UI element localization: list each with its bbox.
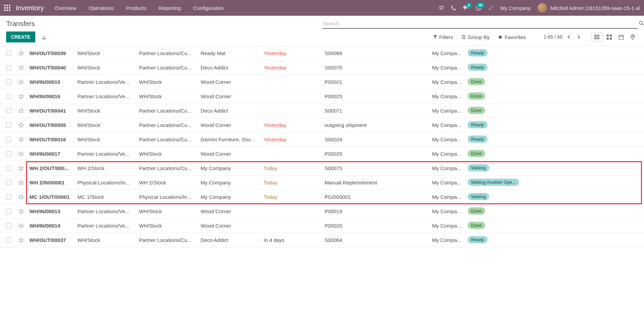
star-toggle[interactable] — [16, 208, 27, 214]
scheduled-date: Yesterday — [261, 50, 322, 56]
star-toggle[interactable] — [16, 50, 27, 56]
status: Waiting Another Ope... — [465, 179, 529, 187]
star-toggle[interactable] — [16, 180, 27, 185]
company: My Compa... — [429, 50, 465, 56]
phone-icon[interactable] — [451, 5, 456, 11]
row-checkbox[interactable] — [6, 180, 11, 185]
status-badge: Done — [468, 222, 485, 229]
svg-rect-2 — [9, 5, 10, 6]
table-row[interactable]: WH/IN/00016 Partner Locations/Ve... WH/S… — [0, 89, 644, 104]
breadcrumb: Transfers — [6, 20, 322, 28]
row-checkbox[interactable] — [6, 137, 11, 142]
filters-button[interactable]: Filters — [433, 34, 453, 40]
row-checkbox[interactable] — [6, 166, 11, 171]
star-toggle[interactable] — [16, 93, 27, 99]
table-row[interactable]: WH/IN/00013 Partner Locations/Ve... WH/S… — [0, 204, 644, 219]
filters-label: Filters — [439, 34, 453, 40]
status-badge: Waiting — [468, 164, 489, 171]
search-area[interactable] — [322, 18, 638, 29]
star-toggle[interactable] — [16, 194, 27, 200]
scheduled-date: Today — [261, 165, 322, 171]
view-kanban-button[interactable] — [604, 32, 615, 42]
star-toggle[interactable] — [16, 122, 27, 128]
table-row[interactable]: WH/OUT/00016 WH/Stock Partner Locations/… — [0, 132, 644, 147]
table-row[interactable]: WH 2/IN/00001 Physical Locations/In... W… — [0, 176, 644, 190]
settings-icon[interactable] — [488, 5, 494, 11]
nav-item-overview[interactable]: Overview — [55, 5, 76, 11]
nav-item-reporting[interactable]: Reporting — [159, 5, 181, 11]
table-row[interactable]: MC 1/OUT/00001 MC 1/Stock Physical Locat… — [0, 190, 644, 204]
search-icon[interactable] — [639, 21, 644, 26]
apps-icon[interactable] — [4, 5, 10, 11]
row-checkbox[interactable] — [6, 123, 11, 128]
company-switcher[interactable]: My Company — [501, 5, 531, 11]
favorites-button[interactable]: Favorites — [498, 34, 526, 40]
contact: Wood Corner — [198, 122, 261, 128]
table-row[interactable]: WH/OUT/00039 WH/Stock Partner Locations/… — [0, 46, 644, 61]
pager-text[interactable]: 1-65 / 65 — [544, 34, 563, 40]
groupby-button[interactable]: Group By — [462, 34, 490, 40]
table-row[interactable]: WH/OUT/00040 WH/Stock Partner Locations/… — [0, 61, 644, 75]
to-location: Partner Locations/Cu... — [136, 50, 198, 56]
star-toggle[interactable] — [16, 151, 27, 157]
table-row[interactable]: WH/OUT/00037 WH/Stock Partner Locations/… — [0, 233, 644, 247]
star-toggle[interactable] — [16, 108, 27, 114]
pager-next[interactable] — [575, 33, 582, 41]
reference: WH/OUT/00016 — [27, 137, 75, 142]
contact: Ready Mat — [198, 50, 261, 56]
create-button[interactable]: CREATE — [6, 31, 35, 42]
star-toggle[interactable] — [16, 237, 27, 243]
user-menu[interactable]: Mitchell Admin (16151359-saas-15-1-al — [538, 3, 640, 13]
svg-point-10 — [640, 21, 643, 24]
groupby-label: Group By — [468, 34, 490, 40]
row-checkbox[interactable] — [6, 151, 11, 156]
reference: WH 2/OUT/000... — [27, 165, 75, 171]
search-input[interactable] — [322, 19, 638, 28]
debug-icon[interactable] — [439, 5, 444, 11]
status-badge: Done — [468, 207, 485, 215]
import-icon[interactable] — [41, 35, 47, 40]
nav-item-products[interactable]: Products — [126, 5, 146, 11]
view-switcher — [591, 32, 638, 42]
to-location: Physical Locations/In... — [136, 194, 198, 200]
row-checkbox[interactable] — [6, 223, 11, 228]
messaging-badge: 6 — [466, 2, 472, 8]
row-checkbox[interactable] — [6, 108, 11, 113]
table-row[interactable]: WH/IN/00014 Partner Locations/Ve... WH/S… — [0, 219, 644, 233]
view-calendar-button[interactable] — [616, 32, 627, 42]
row-checkbox[interactable] — [6, 237, 11, 243]
star-toggle[interactable] — [16, 65, 27, 70]
pager-prev[interactable] — [565, 33, 572, 41]
star-toggle[interactable] — [16, 165, 27, 171]
table-row[interactable]: WH 2/OUT/000... WH 2/Stock Partner Locat… — [0, 161, 644, 176]
nav-item-operations[interactable]: Operations — [89, 5, 114, 11]
table-row[interactable]: WH/OUT/00005 WH/Stock Partner Locations/… — [0, 118, 644, 132]
svg-point-13 — [595, 38, 595, 39]
star-toggle[interactable] — [16, 137, 27, 142]
svg-rect-16 — [607, 38, 609, 40]
status-badge: Done — [468, 92, 485, 100]
row-checkbox[interactable] — [6, 51, 11, 56]
source-document: P00025 — [322, 151, 429, 157]
messaging-icon[interactable]: 6 — [463, 5, 469, 11]
star-toggle[interactable] — [16, 223, 27, 229]
view-map-button[interactable] — [628, 32, 638, 42]
row-checkbox[interactable] — [6, 94, 11, 99]
table-row[interactable]: WH/OUT/00041 WH/Stock Partner Locations/… — [0, 104, 644, 118]
status: Waiting — [465, 164, 529, 172]
row-checkbox[interactable] — [6, 65, 11, 70]
app-brand[interactable]: Inventory — [16, 4, 44, 12]
table-row[interactable]: WH/IN/00015 Partner Locations/Ve... WH/S… — [0, 75, 644, 89]
svg-point-11 — [595, 35, 595, 36]
row-checkbox[interactable] — [6, 79, 11, 85]
to-location: Partner Locations/Cu... — [136, 122, 198, 128]
row-checkbox[interactable] — [6, 209, 11, 214]
star-toggle[interactable] — [16, 79, 27, 85]
nav-item-configuration[interactable]: Configuration — [193, 5, 224, 11]
svg-rect-0 — [4, 5, 5, 6]
view-list-button[interactable] — [591, 32, 603, 42]
row-checkbox[interactable] — [6, 194, 11, 199]
activities-icon[interactable]: 46 — [476, 5, 481, 11]
table-row[interactable]: WH/IN/00017 Partner Locations/Ve... WH/S… — [0, 147, 644, 161]
from-location: WH/Stock — [75, 137, 136, 142]
